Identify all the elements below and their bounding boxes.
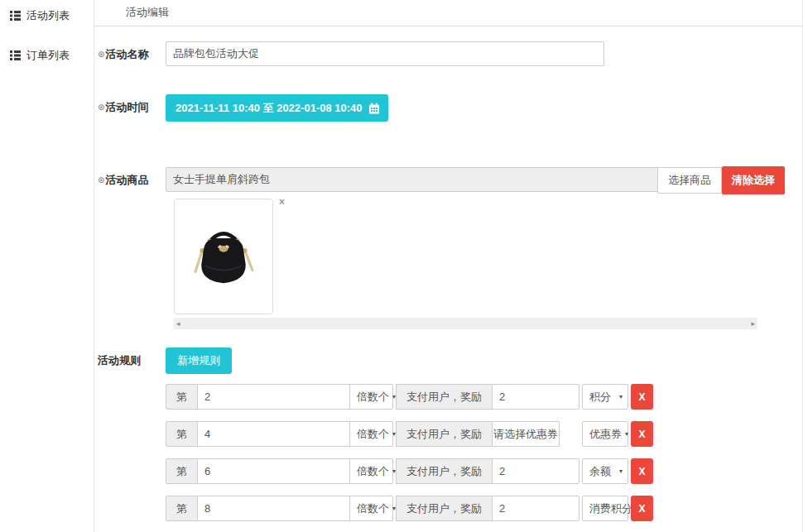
selected-goods-input[interactable] [166, 167, 658, 192]
caret-down-icon: ▾ [619, 393, 623, 400]
select-value: 倍数个 [357, 427, 389, 442]
delete-rule-button[interactable]: X [631, 458, 653, 484]
rule-reward-input[interactable] [493, 496, 579, 521]
required-mark-icon: ⊛ [98, 103, 104, 112]
activity-edit-form: ⊛活动名称 ⊛活动时间 2021-11-11 10:40 至 2022-01-0… [94, 26, 802, 532]
form-row-time: ⊛活动时间 2021-11-11 10:40 至 2022-01-08 10:4… [98, 94, 802, 122]
rule-number-input[interactable] [198, 421, 350, 447]
select-value: 优惠券 [589, 427, 622, 442]
goods-thumbnail-card [174, 199, 273, 314]
main-content: 活动编辑 ⊛活动名称 ⊛活动时间 2021-11-11 10:40 至 [94, 0, 803, 532]
horizontal-scrollbar[interactable]: ◂ ▸ [174, 318, 757, 329]
rule-reward-type-select[interactable]: 消费积分 ▾ [582, 496, 628, 521]
rule-reward-type-select[interactable]: 积分 ▾ [582, 384, 628, 410]
sidebar-item-label: 活动列表 [26, 8, 70, 23]
select-value: 积分 [589, 390, 611, 405]
remove-thumbnail-icon[interactable]: × [279, 197, 285, 207]
calendar-icon [368, 103, 380, 114]
date-range-button[interactable]: 2021-11-11 10:40 至 2022-01-08 10:40 [166, 94, 388, 122]
select-value: 余额 [589, 464, 611, 479]
date-range-text: 2021-11-11 10:40 至 2022-01-08 10:40 [176, 101, 363, 116]
name-label: ⊛活动名称 [98, 41, 166, 62]
rule-prefix-label: 第 [166, 384, 198, 410]
form-row-name: ⊛活动名称 [98, 41, 802, 66]
rule-middle-label: 支付用户，奖励 [396, 496, 493, 521]
select-coupon-button[interactable]: 请选择优惠券 [493, 421, 560, 447]
tabbar: 活动编辑 [94, 0, 802, 26]
rule-row: 第 倍数个 ▾ 支付用户，奖励 余额 ▾ X [166, 458, 802, 484]
select-value: 倍数个 [357, 464, 389, 479]
rule-number-input[interactable] [198, 496, 350, 521]
rule-number-input[interactable] [198, 384, 350, 410]
list-icon [10, 50, 21, 60]
rule-prefix-label: 第 [166, 496, 198, 521]
select-goods-button[interactable]: 选择商品 [657, 167, 722, 194]
rule-middle-label: 支付用户，奖励 [396, 384, 493, 410]
add-rule-button[interactable]: 新增规则 [166, 347, 232, 374]
tab-activity-edit[interactable]: 活动编辑 [126, 6, 169, 18]
required-mark-icon: ⊛ [98, 50, 104, 59]
form-row-rules: 活动规则 新增规则 第 倍数个 ▾ 支付用户，奖励 [98, 347, 802, 532]
goods-input-group: 选择商品 清除选择 [166, 167, 802, 194]
rule-row: 第 倍数个 ▾ 支付用户，奖励 消费积分 ▾ X [166, 496, 802, 521]
select-value: 消费积分 [589, 501, 632, 516]
rule-unit-select[interactable]: 倍数个 ▾ [350, 421, 393, 447]
delete-rule-button[interactable]: X [631, 384, 653, 410]
rule-middle-label: 支付用户，奖励 [396, 421, 493, 447]
goods-label: ⊛活动商品 [98, 167, 166, 188]
rule-middle-label: 支付用户，奖励 [396, 458, 493, 484]
rule-unit-select[interactable]: 倍数个 ▾ [350, 458, 393, 484]
delete-rule-button[interactable]: X [631, 496, 653, 521]
rule-reward-input[interactable] [493, 458, 579, 484]
rule-number-input[interactable] [198, 458, 350, 484]
delete-rule-button[interactable]: X [631, 421, 653, 447]
sidebar: 活动列表 订单列表 [0, 0, 94, 532]
clear-selection-button[interactable]: 清除选择 [722, 166, 785, 194]
sidebar-item-order-list[interactable]: 订单列表 [0, 41, 94, 69]
rule-prefix-label: 第 [166, 421, 198, 447]
rule-unit-select[interactable]: 倍数个 ▾ [350, 384, 393, 410]
rule-unit-select[interactable]: 倍数个 ▾ [350, 496, 393, 521]
rules-label: 活动规则 [98, 347, 166, 368]
scroll-left-icon[interactable]: ◂ [176, 320, 180, 328]
activity-name-input[interactable] [166, 41, 604, 66]
form-row-goods: ⊛活动商品 选择商品 清除选择 [98, 167, 802, 329]
caret-down-icon: ▾ [619, 467, 623, 475]
list-icon [10, 11, 21, 21]
caret-down-icon: ▾ [625, 430, 628, 438]
rule-reward-type-select[interactable]: 优惠券 ▾ [582, 421, 628, 447]
goods-thumbnails: × ◂ ▸ [166, 199, 802, 329]
select-value: 倍数个 [357, 390, 389, 405]
required-mark-icon: ⊛ [98, 175, 104, 185]
rule-reward-type-select[interactable]: 余额 ▾ [582, 458, 628, 484]
scroll-right-icon[interactable]: ▸ [751, 320, 755, 328]
rule-reward-input[interactable] [493, 384, 579, 410]
rule-row: 第 倍数个 ▾ 支付用户，奖励 积分 ▾ X [166, 384, 802, 410]
time-label: ⊛活动时间 [98, 94, 166, 115]
select-value: 倍数个 [357, 501, 389, 516]
app-window: 活动列表 订单列表 活动编辑 ⊛活动名称 [0, 0, 803, 532]
rule-prefix-label: 第 [166, 458, 198, 484]
sidebar-item-label: 订单列表 [26, 48, 70, 63]
sidebar-item-activity-list[interactable]: 活动列表 [0, 2, 94, 30]
product-image [185, 218, 262, 295]
rule-row: 第 倍数个 ▾ 支付用户，奖励 请选择优惠券 优惠券 ▾ X [166, 421, 802, 447]
